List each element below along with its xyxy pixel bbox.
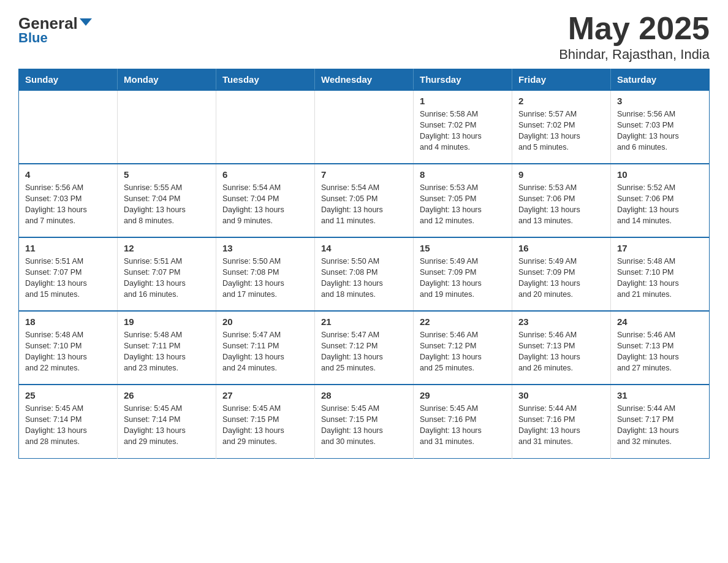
calendar-day-cell: 11Sunrise: 5:51 AM Sunset: 7:07 PM Dayli… bbox=[19, 237, 118, 311]
calendar-day-cell: 17Sunrise: 5:48 AM Sunset: 7:10 PM Dayli… bbox=[611, 237, 710, 311]
day-number: 17 bbox=[617, 243, 703, 253]
calendar-day-cell: 19Sunrise: 5:48 AM Sunset: 7:11 PM Dayli… bbox=[118, 311, 216, 385]
month-title: May 2025 bbox=[559, 12, 710, 44]
calendar-day-cell bbox=[19, 90, 118, 164]
day-info: Sunrise: 5:44 AM Sunset: 7:17 PM Dayligh… bbox=[617, 403, 703, 448]
calendar-day-cell: 8Sunrise: 5:53 AM Sunset: 7:05 PM Daylig… bbox=[414, 164, 512, 237]
day-number: 3 bbox=[617, 96, 703, 106]
calendar-day-cell: 20Sunrise: 5:47 AM Sunset: 7:11 PM Dayli… bbox=[216, 311, 315, 385]
day-number: 20 bbox=[222, 316, 308, 327]
calendar-day-cell: 5Sunrise: 5:55 AM Sunset: 7:04 PM Daylig… bbox=[118, 164, 216, 237]
logo-triangle-icon bbox=[80, 18, 92, 26]
calendar-header-saturday: Saturday bbox=[611, 69, 710, 91]
calendar-day-cell: 28Sunrise: 5:45 AM Sunset: 7:15 PM Dayli… bbox=[315, 385, 414, 458]
calendar-day-cell: 30Sunrise: 5:44 AM Sunset: 7:16 PM Dayli… bbox=[512, 385, 611, 458]
day-info: Sunrise: 5:47 AM Sunset: 7:12 PM Dayligh… bbox=[321, 329, 407, 374]
day-info: Sunrise: 5:46 AM Sunset: 7:13 PM Dayligh… bbox=[617, 329, 703, 374]
calendar-day-cell: 31Sunrise: 5:44 AM Sunset: 7:17 PM Dayli… bbox=[611, 385, 710, 458]
calendar-day-cell bbox=[216, 90, 315, 164]
day-info: Sunrise: 5:46 AM Sunset: 7:12 PM Dayligh… bbox=[420, 329, 506, 374]
day-info: Sunrise: 5:48 AM Sunset: 7:10 PM Dayligh… bbox=[25, 329, 111, 374]
day-info: Sunrise: 5:56 AM Sunset: 7:03 PM Dayligh… bbox=[25, 182, 111, 227]
day-info: Sunrise: 5:48 AM Sunset: 7:10 PM Dayligh… bbox=[617, 256, 703, 301]
calendar-day-cell: 27Sunrise: 5:45 AM Sunset: 7:15 PM Dayli… bbox=[216, 385, 315, 458]
day-info: Sunrise: 5:44 AM Sunset: 7:16 PM Dayligh… bbox=[518, 403, 604, 448]
day-info: Sunrise: 5:53 AM Sunset: 7:05 PM Dayligh… bbox=[420, 182, 506, 227]
day-number: 1 bbox=[420, 96, 506, 106]
calendar-day-cell: 7Sunrise: 5:54 AM Sunset: 7:05 PM Daylig… bbox=[315, 164, 414, 237]
calendar-header-sunday: Sunday bbox=[19, 69, 118, 91]
calendar-day-cell bbox=[118, 90, 216, 164]
day-number: 25 bbox=[25, 390, 111, 400]
day-number: 5 bbox=[124, 169, 210, 180]
calendar-day-cell: 3Sunrise: 5:56 AM Sunset: 7:03 PM Daylig… bbox=[611, 90, 710, 164]
day-info: Sunrise: 5:45 AM Sunset: 7:14 PM Dayligh… bbox=[25, 403, 111, 448]
logo-blue: Blue bbox=[18, 30, 48, 46]
calendar-day-cell: 15Sunrise: 5:49 AM Sunset: 7:09 PM Dayli… bbox=[414, 237, 512, 311]
calendar-day-cell: 6Sunrise: 5:54 AM Sunset: 7:04 PM Daylig… bbox=[216, 164, 315, 237]
calendar-day-cell: 14Sunrise: 5:50 AM Sunset: 7:08 PM Dayli… bbox=[315, 237, 414, 311]
day-info: Sunrise: 5:56 AM Sunset: 7:03 PM Dayligh… bbox=[617, 109, 703, 153]
calendar-day-cell: 22Sunrise: 5:46 AM Sunset: 7:12 PM Dayli… bbox=[414, 311, 512, 385]
logo: General Blue bbox=[18, 12, 92, 46]
day-number: 18 bbox=[25, 316, 111, 327]
day-number: 6 bbox=[222, 169, 308, 180]
day-info: Sunrise: 5:47 AM Sunset: 7:11 PM Dayligh… bbox=[222, 329, 308, 374]
day-info: Sunrise: 5:54 AM Sunset: 7:04 PM Dayligh… bbox=[222, 182, 308, 227]
day-number: 9 bbox=[518, 169, 604, 180]
day-info: Sunrise: 5:49 AM Sunset: 7:09 PM Dayligh… bbox=[518, 256, 604, 301]
day-info: Sunrise: 5:46 AM Sunset: 7:13 PM Dayligh… bbox=[518, 329, 604, 374]
calendar-header-wednesday: Wednesday bbox=[315, 69, 414, 91]
day-info: Sunrise: 5:45 AM Sunset: 7:15 PM Dayligh… bbox=[321, 403, 407, 448]
day-number: 21 bbox=[321, 316, 407, 327]
day-number: 22 bbox=[420, 316, 506, 327]
day-number: 14 bbox=[321, 243, 407, 253]
calendar-week-row: 11Sunrise: 5:51 AM Sunset: 7:07 PM Dayli… bbox=[19, 237, 710, 311]
day-number: 4 bbox=[25, 169, 111, 180]
day-number: 23 bbox=[518, 316, 604, 327]
calendar-day-cell: 13Sunrise: 5:50 AM Sunset: 7:08 PM Dayli… bbox=[216, 237, 315, 311]
day-info: Sunrise: 5:45 AM Sunset: 7:16 PM Dayligh… bbox=[420, 403, 506, 448]
day-number: 26 bbox=[124, 390, 210, 400]
calendar-day-cell: 18Sunrise: 5:48 AM Sunset: 7:10 PM Dayli… bbox=[19, 311, 118, 385]
title-block: May 2025 Bhindar, Rajasthan, India bbox=[559, 12, 710, 63]
day-number: 12 bbox=[124, 243, 210, 253]
logo-text: General bbox=[18, 15, 92, 31]
day-info: Sunrise: 5:57 AM Sunset: 7:02 PM Dayligh… bbox=[518, 109, 604, 153]
day-info: Sunrise: 5:58 AM Sunset: 7:02 PM Dayligh… bbox=[420, 109, 506, 153]
day-info: Sunrise: 5:54 AM Sunset: 7:05 PM Dayligh… bbox=[321, 182, 407, 227]
day-info: Sunrise: 5:51 AM Sunset: 7:07 PM Dayligh… bbox=[124, 256, 210, 301]
day-info: Sunrise: 5:48 AM Sunset: 7:11 PM Dayligh… bbox=[124, 329, 210, 374]
calendar-day-cell: 16Sunrise: 5:49 AM Sunset: 7:09 PM Dayli… bbox=[512, 237, 611, 311]
calendar-day-cell: 24Sunrise: 5:46 AM Sunset: 7:13 PM Dayli… bbox=[611, 311, 710, 385]
day-number: 11 bbox=[25, 243, 111, 253]
day-number: 31 bbox=[617, 390, 703, 400]
calendar-day-cell: 9Sunrise: 5:53 AM Sunset: 7:06 PM Daylig… bbox=[512, 164, 611, 237]
day-number: 7 bbox=[321, 169, 407, 180]
day-number: 24 bbox=[617, 316, 703, 327]
day-info: Sunrise: 5:50 AM Sunset: 7:08 PM Dayligh… bbox=[222, 256, 308, 301]
day-number: 28 bbox=[321, 390, 407, 400]
calendar-day-cell: 4Sunrise: 5:56 AM Sunset: 7:03 PM Daylig… bbox=[19, 164, 118, 237]
day-info: Sunrise: 5:49 AM Sunset: 7:09 PM Dayligh… bbox=[420, 256, 506, 301]
calendar-header-friday: Friday bbox=[512, 69, 611, 91]
calendar-table: SundayMondayTuesdayWednesdayThursdayFrid… bbox=[18, 69, 710, 459]
day-number: 19 bbox=[124, 316, 210, 327]
calendar-header-thursday: Thursday bbox=[414, 69, 512, 91]
calendar-week-row: 1Sunrise: 5:58 AM Sunset: 7:02 PM Daylig… bbox=[19, 90, 710, 164]
calendar-day-cell: 1Sunrise: 5:58 AM Sunset: 7:02 PM Daylig… bbox=[414, 90, 512, 164]
day-number: 2 bbox=[518, 96, 604, 106]
day-info: Sunrise: 5:52 AM Sunset: 7:06 PM Dayligh… bbox=[617, 182, 703, 227]
calendar-day-cell: 23Sunrise: 5:46 AM Sunset: 7:13 PM Dayli… bbox=[512, 311, 611, 385]
day-number: 16 bbox=[518, 243, 604, 253]
day-number: 15 bbox=[420, 243, 506, 253]
calendar-week-row: 25Sunrise: 5:45 AM Sunset: 7:14 PM Dayli… bbox=[19, 385, 710, 458]
calendar-header-row: SundayMondayTuesdayWednesdayThursdayFrid… bbox=[19, 69, 710, 91]
day-info: Sunrise: 5:53 AM Sunset: 7:06 PM Dayligh… bbox=[518, 182, 604, 227]
calendar-week-row: 4Sunrise: 5:56 AM Sunset: 7:03 PM Daylig… bbox=[19, 164, 710, 237]
day-number: 8 bbox=[420, 169, 506, 180]
day-info: Sunrise: 5:55 AM Sunset: 7:04 PM Dayligh… bbox=[124, 182, 210, 227]
calendar-week-row: 18Sunrise: 5:48 AM Sunset: 7:10 PM Dayli… bbox=[19, 311, 710, 385]
day-number: 27 bbox=[222, 390, 308, 400]
day-number: 29 bbox=[420, 390, 506, 400]
